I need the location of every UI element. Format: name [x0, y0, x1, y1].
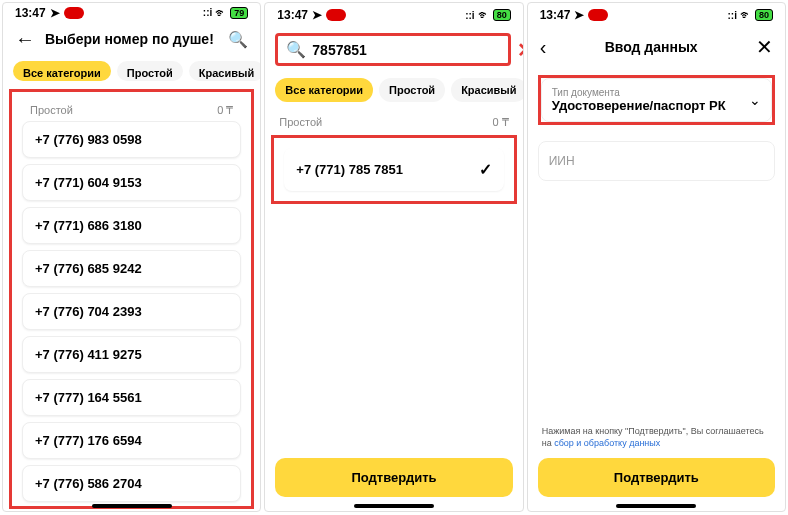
chip-simple[interactable]: Простой	[379, 78, 445, 102]
iin-input[interactable]: ИИН	[538, 141, 775, 181]
battery-icon: 80	[755, 9, 773, 21]
status-time: 13:47	[540, 8, 571, 22]
number-card[interactable]: +7 (771) 604 9153	[22, 164, 241, 201]
confirm-button[interactable]: Подтвердить	[275, 458, 512, 497]
check-icon: ✓	[479, 160, 492, 179]
highlighted-area: Тип документа Удостоверение/паспорт РК ⌄	[538, 75, 775, 125]
number-card[interactable]: +7 (776) 411 9275	[22, 336, 241, 373]
highlighted-area: +7 (771) 785 7851 ✓	[271, 135, 516, 204]
close-icon[interactable]: ✕	[756, 35, 773, 59]
search-icon: 🔍	[286, 40, 306, 59]
document-type-select[interactable]: Тип документа Удостоверение/паспорт РК ⌄	[541, 78, 772, 122]
category-chips: Все категории Простой Красивый V	[3, 55, 260, 87]
record-icon	[64, 7, 84, 19]
highlighted-area: Простой 0 ₸ +7 (776) 983 0598 +7 (771) 6…	[9, 89, 254, 509]
status-bar: 13:47 ➤ ::i ᯤ 79	[3, 3, 260, 23]
document-type-label: Тип документа	[552, 87, 726, 98]
category-chips: Все категории Простой Красивый V	[265, 72, 522, 108]
number-card[interactable]: +7 (771) 686 3180	[22, 207, 241, 244]
result-card[interactable]: +7 (771) 785 7851 ✓	[284, 148, 503, 191]
section-label: Простой	[30, 104, 73, 117]
record-icon	[588, 9, 608, 21]
consent-link[interactable]: сбор и обработку данных	[554, 438, 660, 448]
back-icon[interactable]: ‹	[540, 36, 547, 59]
status-time: 13:47	[277, 8, 308, 22]
record-icon	[326, 9, 346, 21]
section-price: 0 ₸	[217, 104, 233, 117]
section-price: 0 ₸	[492, 116, 508, 129]
home-indicator[interactable]	[354, 504, 434, 508]
page-title: Выбери номер по душе!	[45, 31, 218, 47]
number-card[interactable]: +7 (776) 586 2704	[22, 465, 241, 502]
screen-search-result: 13:47 ➤ ::i ᯤ 80 🔍 ✕ Все категории Прост…	[264, 2, 523, 512]
chip-beautiful[interactable]: Красивый	[189, 61, 261, 81]
number-card[interactable]: +7 (776) 983 0598	[22, 121, 241, 158]
number-card[interactable]: +7 (776) 685 9242	[22, 250, 241, 287]
status-time: 13:47	[15, 6, 46, 20]
number-card[interactable]: +7 (776) 704 2393	[22, 293, 241, 330]
number-card[interactable]: +7 (777) 176 6594	[22, 422, 241, 459]
signal-icon: ::i	[728, 10, 737, 21]
home-indicator[interactable]	[92, 504, 172, 508]
status-bar: 13:47 ➤ ::i ᯤ 80	[265, 3, 522, 27]
header: ← Выбери номер по душе! 🔍	[3, 23, 260, 56]
search-input[interactable]	[312, 42, 500, 58]
search-bar: 🔍 ✕	[265, 27, 522, 72]
number-card[interactable]: +7 (777) 164 5561	[22, 379, 241, 416]
search-icon[interactable]: 🔍	[228, 30, 248, 49]
section-header: Простой 0 ₸	[16, 96, 247, 121]
battery-icon: 80	[493, 9, 511, 21]
page-title: Ввод данных	[556, 39, 746, 55]
chip-all[interactable]: Все категории	[13, 61, 111, 81]
wifi-icon: ᯤ	[740, 8, 752, 22]
screen-data-entry: 13:47 ➤ ::i ᯤ 80 ‹ Ввод данных ✕ Тип док…	[527, 2, 786, 512]
document-type-value: Удостоверение/паспорт РК	[552, 98, 726, 113]
chip-beautiful[interactable]: Красивый	[451, 78, 523, 102]
location-icon: ➤	[574, 8, 584, 22]
header: ‹ Ввод данных ✕	[528, 27, 785, 67]
result-number: +7 (771) 785 7851	[296, 162, 403, 177]
chip-simple[interactable]: Простой	[117, 61, 183, 81]
location-icon: ➤	[50, 6, 60, 20]
number-list: +7 (776) 983 0598 +7 (771) 604 9153 +7 (…	[16, 121, 247, 502]
location-icon: ➤	[312, 8, 322, 22]
wifi-icon: ᯤ	[215, 6, 227, 20]
chevron-down-icon: ⌄	[749, 92, 761, 108]
battery-icon: 79	[230, 7, 248, 19]
clear-icon[interactable]: ✕	[517, 38, 523, 62]
section-header: Простой 0 ₸	[265, 108, 522, 133]
chip-all[interactable]: Все категории	[275, 78, 373, 102]
signal-icon: ::i	[203, 7, 212, 18]
signal-icon: ::i	[465, 10, 474, 21]
search-input-wrap: 🔍	[275, 33, 511, 66]
status-bar: 13:47 ➤ ::i ᯤ 80	[528, 3, 785, 27]
section-label: Простой	[279, 116, 322, 129]
consent-text: Нажимая на кнопку "Подтвердить", Вы согл…	[528, 425, 785, 458]
screen-number-list: 13:47 ➤ ::i ᯤ 79 ← Выбери номер по душе!…	[2, 2, 261, 512]
wifi-icon: ᯤ	[478, 8, 490, 22]
home-indicator[interactable]	[616, 504, 696, 508]
confirm-button[interactable]: Подтвердить	[538, 458, 775, 497]
back-icon[interactable]: ←	[15, 28, 35, 51]
